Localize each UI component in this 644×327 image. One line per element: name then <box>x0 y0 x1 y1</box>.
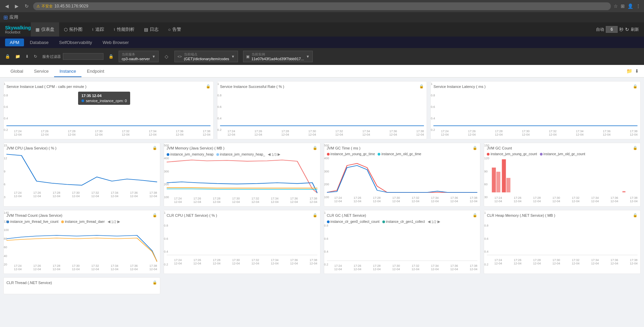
sub-tab-apm[interactable]: APM <box>5 39 24 46</box>
chart-lock-clr-thread[interactable]: 🔒 <box>152 280 157 285</box>
user-icon[interactable]: 👤 <box>627 3 633 9</box>
back-button[interactable]: ◀ <box>3 3 10 9</box>
folder-icon[interactable]: 📁 <box>15 54 20 59</box>
apps-icon[interactable]: ⊞ <box>3 14 8 21</box>
chart-clr-thread: CLR Thread (.NET Service) 🔒 <box>3 277 160 294</box>
legend-label-old-gc: instance_jvm_old_gc_time <box>381 152 421 156</box>
browser-actions: ☆ ⊞ 👤 ⋮ <box>614 3 641 9</box>
url-text: 10.45.50.176:9029 <box>54 4 88 8</box>
sub-tab-database[interactable]: Database <box>25 39 53 46</box>
y-axis-clr-cpu: 10.80.60.40.2 <box>164 210 171 267</box>
svg-rect-6 <box>506 178 510 192</box>
service-filter-input[interactable] <box>63 53 103 60</box>
service-filter-group: 服务过滤器 <box>42 53 103 60</box>
chart-title-text-2: Service Instance Successful Rate ( % ) <box>220 85 284 89</box>
chart-lock-jvm-memory[interactable]: 🔒 <box>313 146 317 150</box>
chart-clr-cpu-title: CLR CPU (.NET Service) ( % ) <box>167 213 217 217</box>
legend-label-young-gc-count: instance_jvm_young_gc_count <box>491 152 537 156</box>
warning-icon: ⚠ <box>37 4 40 8</box>
tab-endpoint[interactable]: Endpoint <box>81 66 110 77</box>
nav-trace[interactable]: ⌇ 追踪 <box>87 22 109 37</box>
sub-tab-web[interactable]: Web Browser <box>98 39 134 46</box>
download-icon[interactable]: ⬇ <box>25 54 29 59</box>
tab-folder-icon[interactable]: 📁 <box>626 68 632 74</box>
app-label: 应用 <box>9 14 18 20</box>
legend-label-clr-gen0: instance_clr_gen0_collect_count <box>331 220 380 224</box>
x-axis-clr-gc: 17:2412-04 17:2612-04 17:2812-04 17:3012… <box>327 263 478 271</box>
y-axis-3: 10.80.60.40.2 <box>431 81 438 132</box>
chart-clr-gc: CLR GC (.NET Service) 🔒 instance_clr_gen… <box>324 210 481 274</box>
code-icon: <> <box>177 54 182 59</box>
current-endpoint-selector[interactable]: <> 当前端点 (GET)/dictionaryItem/codes ▼ <box>174 51 238 62</box>
chart-jvm-thread-title: JVM Thread Count (Java Service) <box>6 213 62 217</box>
chart-lock-jvm-cpu[interactable]: 🔒 <box>152 146 157 150</box>
log-label: 日志 <box>150 26 159 32</box>
tab-global[interactable]: Global <box>5 66 29 77</box>
content-area: Service Instance Load ( CPM - calls per … <box>0 78 644 301</box>
legend-dot-clr-gen1 <box>382 220 385 223</box>
y-axis-jvm-thread: 14012010080604020 <box>4 210 13 267</box>
auto-interval-input[interactable] <box>606 26 618 33</box>
chart-title-clr-gc: CLR GC (.NET Service) 🔒 <box>327 213 478 217</box>
nav-next-jvm-thread[interactable]: ▶ <box>117 219 120 224</box>
refresh-icon[interactable]: ↻ <box>625 27 629 32</box>
alarm-label: 告警 <box>172 26 181 32</box>
nav-prev-jvm-memory[interactable]: ◀ <box>268 152 270 157</box>
extension-icon[interactable]: ⊞ <box>621 3 625 9</box>
chart-tooltip: 17:35 12-04 service_instance_cpm: 0 <box>78 92 130 105</box>
nav-log[interactable]: ▤ 日志 <box>139 22 163 37</box>
jvm-gc-count-legend: instance_jvm_young_gc_count instance_jvm… <box>487 152 638 156</box>
star-icon[interactable]: ☆ <box>614 3 618 9</box>
chart-lock-icon-3[interactable]: 🔒 <box>633 84 638 89</box>
chart-lock-clr-cpu[interactable]: 🔒 <box>313 213 317 217</box>
sec-label: 秒 <box>619 27 623 32</box>
jvm-memory-nav: ◀ 1/3 ▶ <box>268 152 280 157</box>
tab-instance[interactable]: Instance <box>54 66 81 77</box>
nav-profile[interactable]: ⌇ 性能剖析 <box>109 22 139 37</box>
nav-dashboard[interactable]: ▦ 仪表盘 <box>31 22 59 37</box>
legend-label-heap: instance_jvm_memory_heap <box>170 153 214 156</box>
chart-service-instance-load: Service Instance Load ( CPM - calls per … <box>3 81 214 139</box>
refresh-button[interactable]: ↻ <box>23 3 30 9</box>
auto-label: 自动 <box>596 27 604 32</box>
nav-prev-jvm-thread[interactable]: ◀ <box>108 219 110 224</box>
app-bar: ⊞ 应用 <box>0 12 644 22</box>
clr-gc-nav: ◀ 1/2 ▶ <box>428 219 440 224</box>
filter-bar: 🔒 📁 ⬇ ↻ 服务过滤器 🔒 当前服务 cp3-oauth-server ▼ … <box>0 48 644 65</box>
legend-label-heap2: instance_jvm_memory_heap_ <box>220 153 265 156</box>
jvm-memory-legend: instance_jvm_memory_heap instance_jvm_me… <box>167 152 317 157</box>
lock-icon-2: 🔒 <box>109 54 114 59</box>
nav-alarm[interactable]: ○ 告警 <box>163 22 186 37</box>
nav-topology[interactable]: ⬡ 拓扑图 <box>59 22 87 37</box>
lock-icon-1[interactable]: 🔒 <box>5 54 10 59</box>
chart-lock-jvm-gc-time[interactable]: 🔒 <box>473 146 477 150</box>
chart-lock-icon-1[interactable]: 🔒 <box>206 84 211 89</box>
forward-button[interactable]: ▶ <box>13 3 20 9</box>
chart-lock-clr-heap[interactable]: 🔒 <box>633 213 638 217</box>
chart-lock-icon-2[interactable]: 🔒 <box>419 84 424 89</box>
chart-lock-jvm-thread[interactable]: 🔒 <box>152 213 157 217</box>
current-instance-selector[interactable]: ▣ 当前实例 11e07b43f1ad4cd39f7bbb917... ▼ <box>243 51 313 62</box>
chart-title-jvm-thread: JVM Thread Count (Java Service) 🔒 <box>6 213 157 217</box>
instance-dropdown-icon: ▼ <box>306 54 310 59</box>
tooltip-item: service_instance_cpm: 0 <box>81 99 127 103</box>
chart-jvm-gc-count: JVM GC Count 🔒 instance_jvm_young_gc_cou… <box>484 143 641 207</box>
y-axis-jvm-cpu: 1512963 <box>4 143 11 200</box>
nav-prev-clr-gc[interactable]: ◀ <box>428 219 430 224</box>
tab-download-icon[interactable]: ⬇ <box>635 68 639 74</box>
refresh-label[interactable]: 刷新 <box>631 27 639 32</box>
tab-service[interactable]: Service <box>29 66 54 77</box>
y-axis-jvm-gc-count: 150120906030 <box>484 143 494 200</box>
nav-next-jvm-memory[interactable]: ▶ <box>278 152 280 157</box>
chart-lock-clr-gc[interactable]: 🔒 <box>473 213 477 217</box>
address-bar[interactable]: ⚠ 不安全 10.45.50.176:9029 <box>33 2 611 10</box>
current-service-selector[interactable]: 当前服务 cp3-oauth-server ▼ <box>119 51 159 62</box>
chart-lock-jvm-gc-count[interactable]: 🔒 <box>633 146 638 150</box>
sub-tab-self[interactable]: SelfObservability <box>54 39 97 46</box>
y-axis-1: 10.80.60.40.2 <box>4 81 11 132</box>
chart-service-instance-latency: Service Instance Latency ( ms ) 🔒 10.80.… <box>430 81 641 139</box>
menu-icon[interactable]: ⋮ <box>636 3 641 9</box>
nav-next-clr-gc[interactable]: ▶ <box>437 219 440 224</box>
refresh-filter-icon[interactable]: ↻ <box>34 54 37 59</box>
chart-clr-heap-title: CLR Heap Memory (.NET Service) ( MB ) <box>487 213 555 217</box>
